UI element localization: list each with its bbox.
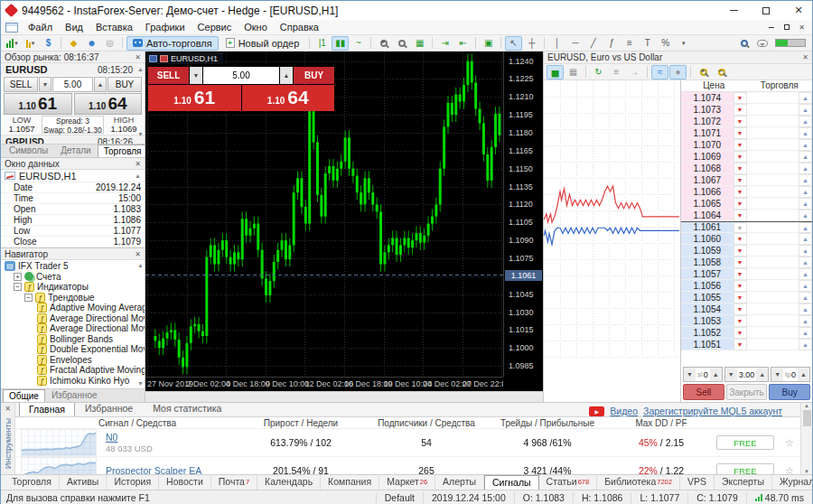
navigator-root[interactable]: ▤ IFX Trader 5: [1, 261, 145, 272]
search-icon[interactable]: [735, 36, 752, 51]
maximize-button[interactable]: [752, 1, 780, 20]
volume-down-button[interactable]: ▼: [725, 368, 737, 381]
signal-row[interactable]: Prospector Scalper EA201.54% / 912653 42…: [15, 457, 800, 474]
buy-limit-arrow-button[interactable]: ▲: [799, 245, 812, 257]
buy-limit-arrow-button[interactable]: ▲: [799, 151, 812, 163]
buy-limit-arrow-button[interactable]: ▲: [799, 116, 812, 127]
dom-trade-cell[interactable]: [747, 315, 799, 327]
navigator-indicator[interactable]: ƒDouble Exponential Movi: [1, 344, 145, 355]
mw-tab-Символы[interactable]: Символы: [3, 144, 54, 157]
sell-limit-arrow-button[interactable]: ▼: [734, 339, 747, 350]
sell-limit-arrow-button[interactable]: ▼: [734, 163, 747, 174]
buy-limit-arrow-button[interactable]: ▲: [799, 280, 812, 292]
navigator-indicator[interactable]: ƒBollinger Bands: [1, 334, 145, 345]
trendline-tool-icon[interactable]: ╱: [584, 36, 602, 51]
bottom-tab-Активы[interactable]: Активы: [60, 475, 107, 490]
navigator-indicator[interactable]: ƒIchimoku Kinko Hyo: [1, 376, 145, 387]
one-click-buy-button[interactable]: BUY: [294, 67, 334, 84]
sell-limit-arrow-button[interactable]: ▼: [734, 139, 747, 151]
video-icon[interactable]: ▶: [589, 406, 604, 416]
sell-limit-arrow-button[interactable]: ▼: [734, 280, 747, 292]
nav-tab-Избранное[interactable]: Избранное: [45, 388, 104, 402]
dom-trade-cell[interactable]: [747, 327, 799, 339]
zoom-in-icon[interactable]: +: [375, 36, 392, 51]
buy-limit-arrow-button[interactable]: ▲: [799, 210, 812, 221]
new-order-button[interactable]: +Новый ордер: [220, 36, 306, 51]
one-click-sell-button[interactable]: SELL: [148, 67, 189, 84]
signal-row[interactable]: N048 033 USD613.79% / 102544 968 /61%45%…: [15, 429, 800, 457]
dom-ladder-icon[interactable]: ≡: [608, 65, 625, 79]
one-click-ask-box[interactable]: 1.10 64: [242, 85, 335, 111]
data-window-close-icon[interactable]: ✕: [135, 160, 141, 168]
favorite-star-icon[interactable]: ☆: [779, 437, 800, 449]
navigator-indicator[interactable]: ƒAverage Directional Mov: [1, 323, 145, 334]
horizontal-line-tool-icon[interactable]: ─: [566, 36, 584, 51]
mdi-minimize-button[interactable]: [763, 21, 779, 33]
scroll-to-end-icon[interactable]: ⇥: [436, 36, 453, 51]
sell-limit-arrow-button[interactable]: ▼: [734, 268, 747, 280]
mql5-community-icon[interactable]: $: [40, 36, 57, 51]
favorite-star-icon[interactable]: ☆: [779, 465, 800, 475]
buy-limit-arrow-button[interactable]: ▲: [799, 163, 812, 174]
col-trades[interactable]: Трейды / Прибыльные: [484, 418, 611, 428]
free-button[interactable]: FREE: [716, 435, 774, 450]
dom-sell-button[interactable]: Sell: [683, 384, 724, 400]
market-watch-icon[interactable]: ◆: [65, 36, 82, 51]
mdi-close-button[interactable]: ✕: [794, 21, 809, 33]
bar-chart-mode-icon[interactable]: |1: [313, 36, 331, 51]
dom-trade-cell[interactable]: [747, 174, 799, 186]
buy-limit-arrow-button[interactable]: ▲: [799, 174, 812, 186]
bottom-tab-Почта[interactable]: Почта7: [211, 475, 257, 490]
sell-limit-arrow-button[interactable]: ▼: [734, 315, 747, 327]
buy-limit-arrow-button[interactable]: ▲: [799, 127, 812, 139]
fibonacci-tool-icon[interactable]: ƒ: [603, 36, 620, 51]
sell-limit-arrow-button[interactable]: ▼: [734, 186, 747, 198]
navigator-indicator[interactable]: ƒAdaptive Moving Averag: [1, 303, 145, 313]
col-growth[interactable]: Прирост / Недели: [233, 418, 369, 428]
sell-limit-arrow-button[interactable]: ▼: [734, 233, 747, 245]
buy-limit-arrow-button[interactable]: ▲: [799, 303, 812, 315]
scroll-thumb[interactable]: [803, 410, 811, 426]
buy-limit-arrow-button[interactable]: ▲: [799, 186, 812, 198]
navigator-indicator[interactable]: ƒEnvelopes: [1, 355, 145, 366]
time-axis[interactable]: 27 Nov 20192 Dec 02:004 Dec 18:009 Dec 1…: [145, 377, 503, 390]
sell-limit-arrow-button[interactable]: ▼: [734, 245, 747, 257]
menu-Графики[interactable]: Графики: [139, 20, 192, 34]
dom-trade-cell[interactable]: [747, 339, 799, 350]
col-signal[interactable]: Сигнал / Средства: [98, 418, 233, 428]
navigator-accounts[interactable]: + Счета: [1, 272, 145, 283]
toolbox-vertical-tab[interactable]: Инструменты: [4, 418, 13, 469]
tp-up-button[interactable]: ▲: [798, 368, 809, 381]
dom-trade-cell[interactable]: [747, 186, 799, 198]
mw-volume-up-button[interactable]: ▲: [94, 77, 107, 92]
dom-zoom-out-icon[interactable]: −: [713, 65, 730, 79]
menu-Сервис[interactable]: Сервис: [192, 20, 238, 34]
line-chart-mode-icon[interactable]: ~: [350, 36, 367, 51]
bottom-tab-Библиотека[interactable]: Библиотека7202: [597, 475, 680, 490]
sell-limit-arrow-button[interactable]: ▼: [734, 127, 747, 139]
mdi-restore-button[interactable]: [779, 21, 794, 33]
dom-refresh-icon[interactable]: ↻: [590, 65, 607, 79]
dom-trade-cell[interactable]: [747, 280, 799, 292]
mw-scroll-up-icon[interactable]: ▲: [137, 66, 144, 72]
navigator-trend-group[interactable]: − ƒ Трендовые: [1, 293, 145, 303]
sig-tab-Моя статистика[interactable]: Моя статистика: [143, 403, 231, 416]
nav-scroll-up-icon[interactable]: ▲: [137, 262, 144, 268]
sig-tab-Главная[interactable]: Главная: [19, 403, 75, 416]
navigator-indicator[interactable]: ƒAverage Directional Mov: [1, 313, 145, 324]
bottom-tab-Календарь[interactable]: Календарь: [257, 475, 321, 490]
dom-buy-button[interactable]: Buy: [769, 384, 810, 400]
sell-limit-arrow-button[interactable]: ▼: [734, 174, 747, 186]
buy-limit-arrow-button[interactable]: ▲: [799, 315, 812, 327]
close-button[interactable]: ✕: [785, 1, 812, 20]
tp-down-button[interactable]: ▼: [771, 368, 783, 381]
text-tool-icon[interactable]: T: [639, 36, 656, 51]
bottom-tab-Маркет[interactable]: Маркет26: [379, 475, 435, 490]
new-chart-icon[interactable]: ▾: [4, 36, 21, 51]
dom-trade-cell[interactable]: [747, 116, 799, 127]
navigator-indicator[interactable]: ƒFractal Adaptive Moving: [1, 365, 145, 376]
sell-limit-arrow-button[interactable]: ▼: [734, 92, 747, 104]
sell-limit-arrow-button[interactable]: ▼: [734, 257, 747, 268]
profile-segment[interactable]: Default: [376, 492, 423, 503]
nav-scroll-down-icon[interactable]: ▼: [137, 380, 144, 387]
